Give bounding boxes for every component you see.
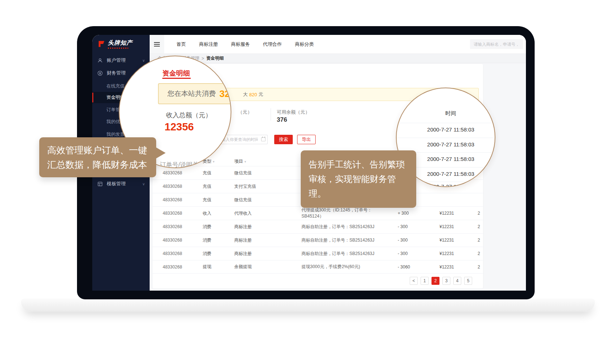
cell-balance: ¥12231: [430, 251, 478, 256]
pagination-page-2-active[interactable]: 2: [431, 277, 439, 285]
hamburger-menu-icon[interactable]: [154, 42, 160, 46]
laptop-base: [21, 299, 595, 312]
magnified-consumption-banner: 您在本站共消费 32124: [158, 83, 231, 104]
sidebar-item-account[interactable]: 账户管理 ∨: [92, 54, 150, 66]
cell-type: 消费: [203, 224, 234, 230]
search-button[interactable]: 搜索: [274, 135, 293, 144]
cell-type: 收入: [203, 210, 234, 217]
cell-order-no: 48330268: [153, 238, 203, 243]
cell-amount: + 300: [390, 211, 430, 216]
cell-type: 消费: [203, 237, 234, 243]
pagination-prev-button[interactable]: <: [410, 277, 418, 285]
yen-coin-icon: [97, 70, 103, 76]
banner-tail-amount: 820: [249, 92, 257, 97]
tooltip-right-line3: 理。: [309, 186, 408, 201]
stat-balance-label: 可用余额（元）: [277, 109, 310, 116]
cell-order-no: 48330268: [153, 184, 203, 189]
calendar-icon[interactable]: [261, 137, 266, 141]
cell-order-no: 48330268: [153, 224, 203, 229]
cell-desc: 提现3000元，手续费2%(60元): [294, 264, 390, 270]
cell-balance: ¥12231: [430, 211, 478, 216]
cell-amount: - 300: [390, 238, 430, 243]
cell-balance: ¥12231: [430, 224, 478, 229]
table-row[interactable]: 48330268 提现 余额提现 提现3000元，手续费2%(60元) - 30…: [153, 260, 483, 274]
header-type[interactable]: 类型▾: [203, 158, 234, 165]
sidebar-item-template[interactable]: 模板管理 ∨: [92, 178, 150, 190]
cell-type: 充值: [203, 197, 234, 203]
cell-type: 提现: [203, 264, 234, 270]
cell-project: 支付宝充值: [234, 183, 294, 190]
tooltip-right: 告别手工统计、告别繁琐 审核，实现智能财务管 理。: [301, 150, 416, 208]
magnified-income-label: 收入总额（元）: [166, 111, 212, 120]
cell-desc: 代理提成300元（ID:1245，订单号：SB45124）: [294, 207, 390, 219]
magnified-time-header: 时间: [397, 110, 495, 117]
cell-project: 余额提现: [234, 264, 294, 270]
cell-balance: ¥12231: [430, 238, 478, 243]
magnified-time-value: 2000-7-27 11:58:03: [397, 141, 495, 147]
nav-tab-trademark-service[interactable]: 商标服务: [231, 41, 250, 48]
sidebar-item-label: 财务管理: [107, 70, 126, 76]
nav-tab-trademark-category[interactable]: 商标分类: [295, 41, 314, 48]
nav-tab-trademark-register[interactable]: 商标注册: [199, 41, 218, 48]
cell-order-no: 48330268: [153, 197, 203, 202]
table-row[interactable]: 48330268 收入 代理收入 代理提成300元（ID:1245，订单号：SB…: [153, 206, 483, 220]
header-project[interactable]: 项目▾: [234, 158, 294, 165]
tooltip-arrow-right-icon: [156, 147, 171, 158]
nav-left-block: [150, 35, 164, 53]
breadcrumb-separator: >: [202, 56, 204, 61]
cell-project: 微信充值: [234, 197, 294, 203]
nav-tab-agent-cooperation[interactable]: 代理合作: [263, 41, 282, 48]
stage: 头牌知产 账户管理 ∨: [0, 0, 616, 364]
cell-amount: - 3060: [390, 264, 430, 270]
sort-caret-icon: ▾: [213, 160, 215, 163]
table-row[interactable]: 48330268 消费 商标注册 商标自助注册，订单号：SB2514263J -…: [153, 247, 483, 260]
cell-type: 充值: [203, 183, 234, 190]
magnified-income-value: 12356: [165, 121, 194, 133]
cell-type: 充值: [203, 170, 234, 176]
chevron-down-icon: ∨: [142, 182, 145, 186]
logo[interactable]: 头牌知产: [97, 39, 133, 49]
logo-text: 头牌知产: [108, 39, 133, 47]
stat-balance-value: 376: [277, 116, 287, 124]
cell-amount: - 300: [390, 251, 430, 256]
stat-expense-label-partial: （元）: [238, 109, 252, 116]
tooltip-left-line2: 汇总数据，降低财务成本: [47, 157, 148, 172]
table-row[interactable]: 48330268 消费 商标注册 商标自助注册，订单号：SB2514263J -…: [153, 220, 483, 233]
cell-project: 代理收入: [234, 210, 294, 217]
tooltip-right-line1: 告别手工统计、告别繁琐: [309, 157, 408, 172]
cell-project: 商标注册: [234, 224, 294, 230]
cell-desc: 商标自助注册，订单号：SB2514263J: [294, 237, 390, 243]
export-button[interactable]: 导出: [297, 135, 316, 144]
row-divider: [397, 123, 495, 123]
cell-amount: - 300: [390, 224, 430, 229]
nav-tab-home[interactable]: 首页: [177, 41, 186, 48]
sort-caret-icon: ▾: [244, 160, 246, 163]
pagination-page-5[interactable]: 5: [464, 277, 472, 285]
banner-tail-char: 大: [243, 91, 248, 98]
cell-time-clipped: 2: [478, 238, 483, 243]
cell-project: 商标注册: [234, 237, 294, 243]
cell-project: 微信充值: [234, 170, 294, 176]
cell-order-no: 48330268: [153, 170, 203, 175]
stat-divider: [271, 108, 271, 121]
chevron-down-icon: ∨: [142, 58, 145, 62]
sidebar-subitem-label: 在线充值: [106, 83, 125, 89]
breadcrumb-current: 资金明细: [206, 55, 224, 61]
breadcrumb: 个人中心 > 财务管理 > 资金明细: [150, 54, 526, 63]
cell-desc: 商标自助注册，订单号：SB2514263J: [294, 224, 390, 230]
pagination-page-1[interactable]: 1: [421, 277, 429, 285]
logo-subtext-decoration: [108, 48, 128, 49]
cell-time-clipped: 2: [478, 264, 483, 270]
template-icon: [97, 181, 103, 187]
trademark-search-input[interactable]: [470, 39, 523, 49]
tooltip-left-line1: 高效管理账户订单、一键: [47, 143, 148, 157]
table-row[interactable]: 48330268 消费 商标注册 商标自助注册，订单号：SB2514263J -…: [153, 233, 483, 247]
magnified-banner-prefix: 您在本站共消费: [167, 89, 216, 98]
banner-tail-unit: 元: [259, 91, 263, 98]
magnified-time-value: 2000-7-27 11:58:03: [397, 126, 495, 133]
pagination-page-3[interactable]: 3: [442, 277, 450, 285]
pagination-page-4[interactable]: 4: [453, 277, 461, 285]
cell-time-clipped: 2: [478, 251, 483, 256]
user-icon: [97, 58, 103, 63]
cell-balance: ¥12231: [430, 264, 478, 270]
